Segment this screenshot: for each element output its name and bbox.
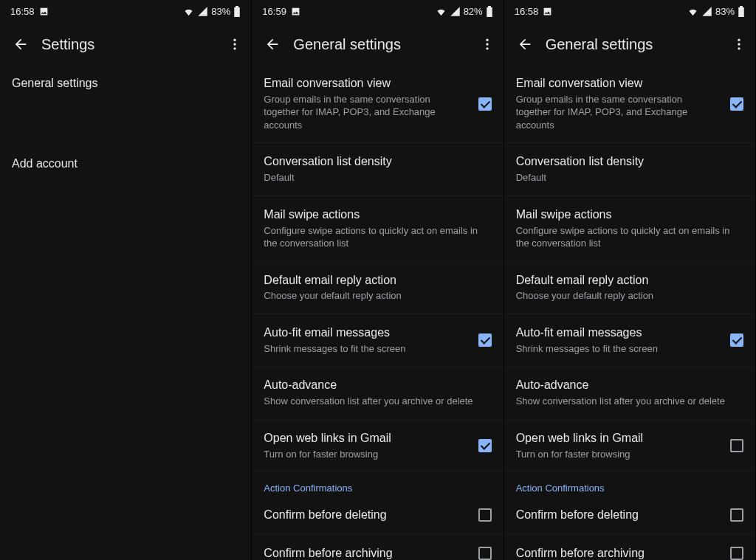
svg-point-2 — [234, 47, 236, 49]
status-battery: 82% — [464, 6, 483, 17]
setting-default-reply-action[interactable]: Default email reply action Choose your d… — [252, 262, 503, 314]
setting-subtitle: Show conversation list after you archive… — [516, 395, 738, 408]
svg-point-5 — [486, 47, 488, 49]
setting-auto-advance[interactable]: Auto-advance Show conversation list afte… — [504, 367, 755, 419]
checkbox[interactable] — [478, 333, 492, 347]
status-battery: 83% — [715, 6, 735, 17]
setting-title: Conversation list density — [516, 154, 738, 170]
setting-title: Mail swipe actions — [516, 207, 738, 223]
setting-conversation-list-density[interactable]: Conversation list density Default — [252, 143, 503, 196]
svg-point-8 — [738, 47, 740, 49]
setting-title: Auto-advance — [516, 378, 738, 393]
setting-default-reply-action[interactable]: Default email reply action Choose your d… — [504, 262, 755, 314]
setting-email-conversation-view[interactable]: Email conversation view Group emails in … — [504, 65, 755, 143]
signal-icon — [197, 6, 208, 17]
svg-point-6 — [738, 39, 740, 41]
checkbox[interactable] — [730, 439, 743, 452]
svg-point-3 — [486, 39, 488, 41]
page-title: General settings — [546, 36, 653, 53]
svg-point-1 — [234, 43, 236, 45]
image-icon — [39, 7, 49, 16]
back-button[interactable] — [262, 34, 283, 55]
overflow-button[interactable] — [224, 34, 245, 55]
setting-title: Open web links in Gmail — [264, 431, 466, 446]
setting-mail-swipe-actions[interactable]: Mail swipe actions Configure swipe actio… — [504, 196, 755, 262]
image-icon — [291, 7, 300, 16]
setting-title: Email conversation view — [516, 76, 718, 91]
add-account-item[interactable]: Add account — [0, 145, 251, 204]
general-settings-item[interactable]: General settings — [0, 65, 251, 123]
signal-icon — [701, 6, 712, 17]
signal-icon — [450, 6, 461, 17]
overflow-button[interactable] — [729, 34, 749, 55]
svg-point-7 — [738, 43, 740, 45]
status-bar: 16:58 83% — [0, 0, 251, 18]
setting-subtitle: Group emails in the same conversation to… — [264, 93, 466, 132]
setting-title: Auto-fit email messages — [264, 325, 466, 341]
battery-icon — [233, 6, 241, 17]
setting-title: Email conversation view — [264, 76, 466, 91]
checkbox[interactable] — [730, 547, 743, 560]
checkbox[interactable] — [478, 97, 492, 111]
setting-subtitle: Configure swipe actions to quickly act o… — [516, 224, 738, 250]
setting-confirm-archive[interactable]: Confirm before archiving — [504, 535, 755, 560]
checkbox[interactable] — [478, 508, 492, 522]
app-bar: General settings — [504, 24, 755, 65]
setting-subtitle: Show conversation list after you archive… — [264, 395, 485, 408]
battery-icon — [738, 6, 745, 17]
image-icon — [543, 7, 552, 16]
setting-confirm-delete[interactable]: Confirm before deleting — [504, 497, 755, 535]
setting-title: Open web links in Gmail — [516, 431, 718, 446]
page-title: Settings — [41, 36, 94, 53]
checkbox[interactable] — [730, 508, 743, 522]
back-button[interactable] — [10, 34, 31, 55]
setting-conversation-list-density[interactable]: Conversation list density Default — [504, 143, 755, 196]
setting-auto-fit-messages[interactable]: Auto-fit email messages Shrink messages … — [504, 314, 755, 367]
setting-title: Confirm before archiving — [516, 546, 718, 560]
setting-subtitle: Shrink messages to fit the screen — [264, 342, 466, 356]
back-button[interactable] — [515, 34, 535, 55]
setting-auto-fit-messages[interactable]: Auto-fit email messages Shrink messages … — [252, 314, 503, 367]
overflow-button[interactable] — [477, 34, 498, 55]
setting-subtitle: Group emails in the same conversation to… — [516, 93, 718, 132]
setting-subtitle: Default — [264, 171, 485, 184]
setting-mail-swipe-actions[interactable]: Mail swipe actions Configure swipe actio… — [252, 196, 503, 262]
wifi-icon — [687, 6, 698, 17]
setting-subtitle: Turn on for faster browsing — [516, 448, 718, 461]
setting-open-web-links[interactable]: Open web links in Gmail Turn on for fast… — [504, 420, 755, 472]
setting-title: Confirm before deleting — [264, 508, 466, 523]
setting-confirm-delete[interactable]: Confirm before deleting — [252, 497, 503, 535]
status-bar: 16:58 83% — [504, 0, 755, 18]
status-bar: 16:59 82% — [252, 0, 503, 18]
checkbox[interactable] — [730, 333, 743, 347]
status-battery: 83% — [211, 6, 230, 17]
status-time: 16:58 — [10, 6, 35, 17]
setting-open-web-links[interactable]: Open web links in Gmail Turn on for fast… — [252, 420, 503, 472]
setting-subtitle: Default — [516, 171, 738, 184]
setting-title: Confirm before archiving — [264, 546, 466, 560]
battery-icon — [486, 6, 493, 17]
checkbox[interactable] — [730, 97, 743, 111]
setting-title: Mail swipe actions — [264, 207, 485, 223]
page-title: General settings — [293, 36, 401, 53]
setting-subtitle: Choose your default reply action — [516, 289, 738, 303]
setting-subtitle: Configure swipe actions to quickly act o… — [264, 224, 485, 250]
setting-subtitle: Choose your default reply action — [264, 289, 485, 303]
setting-subtitle: Turn on for faster browsing — [264, 448, 466, 461]
setting-title: Default email reply action — [516, 273, 738, 288]
wifi-icon — [183, 6, 194, 17]
checkbox[interactable] — [478, 439, 492, 452]
setting-title: Auto-fit email messages — [516, 325, 718, 341]
section-header-action-confirmations: Action Confirmations — [252, 472, 503, 497]
setting-confirm-archive[interactable]: Confirm before archiving — [252, 535, 503, 560]
checkbox[interactable] — [478, 547, 492, 560]
svg-point-4 — [486, 43, 488, 45]
wifi-icon — [436, 6, 447, 17]
setting-email-conversation-view[interactable]: Email conversation view Group emails in … — [252, 65, 503, 143]
setting-title: Auto-advance — [264, 378, 485, 393]
svg-point-0 — [234, 39, 236, 41]
status-time: 16:59 — [262, 6, 286, 17]
setting-title: Confirm before deleting — [516, 508, 718, 523]
setting-auto-advance[interactable]: Auto-advance Show conversation list afte… — [252, 367, 503, 419]
setting-title: Conversation list density — [264, 154, 485, 170]
